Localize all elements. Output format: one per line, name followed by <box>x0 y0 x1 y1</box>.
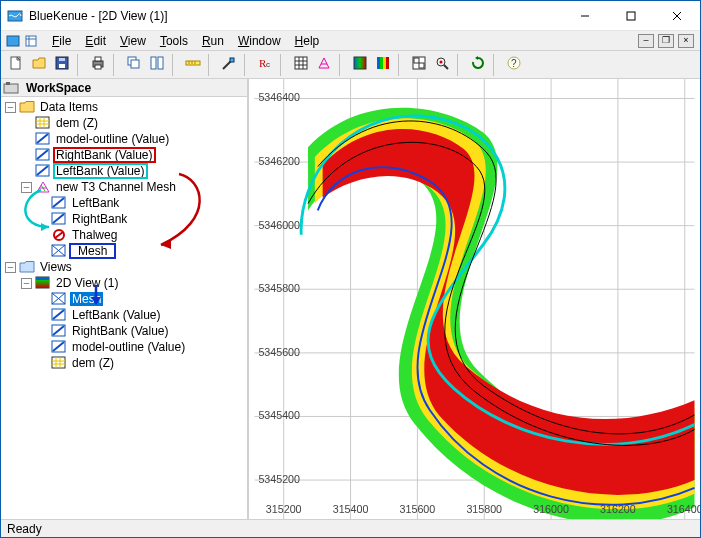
tree-label[interactable]: new T3 Channel Mesh <box>54 180 178 194</box>
tree-node[interactable]: LeftBank (Value) <box>1 163 247 179</box>
tree-node[interactable]: LeftBank <box>1 195 247 211</box>
expand-toggle[interactable]: – <box>21 278 32 289</box>
view2d-icon <box>35 275 51 291</box>
menu-window[interactable]: Window <box>231 32 288 50</box>
svg-rect-0 <box>8 11 22 21</box>
doc-menu-icon[interactable] <box>23 33 39 49</box>
svg-rect-80 <box>36 280 49 288</box>
menu-view[interactable]: View <box>113 32 153 50</box>
svg-text:5345200: 5345200 <box>258 473 300 485</box>
menu-edit[interactable]: Edit <box>78 32 113 50</box>
svg-text:5345400: 5345400 <box>258 409 300 421</box>
tree-label[interactable]: RightBank <box>70 212 129 226</box>
tree-node[interactable]: RightBank <box>1 211 247 227</box>
svg-rect-15 <box>95 57 101 61</box>
toolbar-contour-button[interactable] <box>349 54 371 76</box>
svg-rect-50 <box>4 84 18 93</box>
expand-toggle[interactable]: – <box>5 102 16 113</box>
menu-file[interactable]: File <box>45 32 78 50</box>
tree-label[interactable]: dem (Z) <box>70 356 116 370</box>
tree-label[interactable]: LeftBank <box>70 196 121 210</box>
titlebar: BlueKenue - [2D View (1)] <box>1 1 700 31</box>
tree-node[interactable]: –new T3 Channel Mesh <box>1 179 247 195</box>
toolbar-rubber-button[interactable]: Rc <box>254 54 276 76</box>
svg-rect-55 <box>36 117 49 128</box>
tree-node[interactable]: –Views <box>1 259 247 275</box>
statusbar: Ready <box>1 519 700 537</box>
tree-label[interactable]: Thalweg <box>70 228 119 242</box>
toolbar-mesh-button[interactable] <box>313 54 335 76</box>
toolbar-zoom-extents-button[interactable] <box>431 54 453 76</box>
menu-tools[interactable]: Tools <box>153 32 195 50</box>
tree-node[interactable]: RightBank (Value) <box>1 147 247 163</box>
tree-node[interactable]: model-outline (Value) <box>1 339 247 355</box>
maximize-button[interactable] <box>608 1 654 31</box>
tree-node[interactable]: Mesh <box>1 243 247 259</box>
tree-node[interactable]: RightBank (Value) <box>1 323 247 339</box>
svg-text:315400: 315400 <box>333 503 369 515</box>
tree-label[interactable]: Data Items <box>38 100 100 114</box>
tree-node[interactable]: Thalweg <box>1 227 247 243</box>
cascade-icon <box>126 55 142 74</box>
svg-marker-66 <box>37 182 49 192</box>
tree-label[interactable]: RightBank (Value) <box>54 148 155 162</box>
rubber-icon: Rc <box>257 55 273 74</box>
svg-text:5345800: 5345800 <box>258 282 300 294</box>
toolbar-cascade-button[interactable] <box>123 54 145 76</box>
tree-label[interactable]: RightBank (Value) <box>70 324 171 338</box>
toolbar-save-button[interactable] <box>51 54 73 76</box>
tree-label[interactable]: LeftBank (Value) <box>70 308 163 322</box>
svg-text:316200: 316200 <box>600 503 636 515</box>
menu-run[interactable]: Run <box>195 32 231 50</box>
toolbar-print-button[interactable] <box>87 54 109 76</box>
menu-help[interactable]: Help <box>288 32 327 50</box>
mdi-restore-button[interactable]: ❐ <box>658 34 674 48</box>
minimize-button[interactable] <box>562 1 608 31</box>
tree-label[interactable]: Mesh <box>70 292 103 306</box>
tree-node[interactable]: LeftBank (Value) <box>1 307 247 323</box>
tree-label[interactable]: Views <box>38 260 74 274</box>
tree-node[interactable]: dem (Z) <box>1 115 247 131</box>
tree-node[interactable]: dem (Z) <box>1 355 247 371</box>
tree-node[interactable]: –2D View (1) <box>1 275 247 291</box>
tree-node[interactable]: model-outline (Value) <box>1 131 247 147</box>
toolbar-refresh-button[interactable] <box>467 54 489 76</box>
sidebar: WorkSpace –Data Itemsdem (Z)model-outlin… <box>1 79 249 519</box>
svg-rect-16 <box>95 65 101 69</box>
expand-toggle[interactable]: – <box>5 262 16 273</box>
mesh-blue-icon <box>51 291 67 307</box>
app-menu-icon[interactable] <box>5 33 21 49</box>
tree[interactable]: –Data Itemsdem (Z)model-outline (Value)R… <box>1 97 247 519</box>
toolbar-open-button[interactable] <box>28 54 50 76</box>
pan-icon <box>221 55 237 74</box>
mdi-close-button[interactable]: × <box>678 34 694 48</box>
app-icon <box>7 8 23 24</box>
svg-rect-42 <box>414 58 419 63</box>
toolbar-measure-button[interactable] <box>182 54 204 76</box>
tree-node[interactable]: Mesh <box>1 291 247 307</box>
expand-toggle[interactable]: – <box>21 182 32 193</box>
tree-label[interactable]: dem (Z) <box>54 116 100 130</box>
svg-rect-5 <box>7 36 19 46</box>
toolbar-new-button[interactable] <box>5 54 27 76</box>
tree-label[interactable]: Mesh <box>70 244 115 258</box>
toolbar-pan-button[interactable] <box>218 54 240 76</box>
tree-label[interactable]: model-outline (Value) <box>70 340 187 354</box>
mdi-minimize-button[interactable]: – <box>638 34 654 48</box>
toolbar-legend-button[interactable] <box>408 54 430 76</box>
expand-toggle <box>37 246 48 257</box>
expand-toggle <box>37 230 48 241</box>
viewport-2d[interactable]: 5346400534620053460005345800534560053454… <box>249 79 700 519</box>
toolbar-help-button[interactable]: ? <box>503 54 525 76</box>
svg-rect-20 <box>158 57 163 69</box>
toolbar-palette-button[interactable] <box>372 54 394 76</box>
toolbar-tile-button[interactable] <box>146 54 168 76</box>
tree-label[interactable]: model-outline (Value) <box>54 132 171 146</box>
svg-rect-79 <box>36 277 49 280</box>
svg-text:5346000: 5346000 <box>258 219 300 231</box>
close-button[interactable] <box>654 1 700 31</box>
tree-label[interactable]: 2D View (1) <box>54 276 120 290</box>
tree-node[interactable]: –Data Items <box>1 99 247 115</box>
tree-label[interactable]: LeftBank (Value) <box>54 164 147 178</box>
toolbar-grid-button[interactable] <box>290 54 312 76</box>
